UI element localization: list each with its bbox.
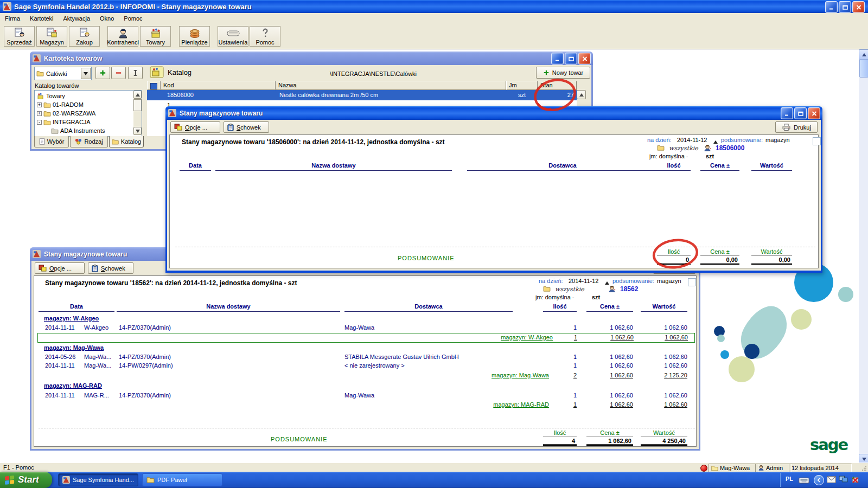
menu-pomoc[interactable]: Pomoc [119,14,147,23]
decor-bubble-teal-tiny [717,335,725,342]
tree-item-integracja[interactable]: - INTEGRACJA [37,118,91,126]
stock-row[interactable]: 2014-05-26 Mag-Wa... 14-PZ/0370(Admin) S… [34,354,696,362]
menu-firma[interactable]: Firma [0,14,25,23]
opcje-button[interactable]: Opcje ... [35,262,85,274]
dropdown-arrow-button[interactable] [81,68,91,79]
folder-icon [36,70,44,76]
maximize-button[interactable] [839,1,851,13]
tree-scrollbar-thumb[interactable] [133,99,142,111]
menu-okno[interactable]: Okno [95,14,119,23]
column-header-stan[interactable]: Stan [538,81,577,90]
schowek-button[interactable]: Schowek [224,121,269,133]
mdi-scroll-up-button[interactable] [859,49,868,60]
column-header-nazwa[interactable]: Nazwa [276,81,506,90]
expand-icon[interactable]: + [37,102,42,107]
section-summary-row[interactable]: magazyn: MAG-RAD 1 1 062,60 1 062,60 [34,401,696,410]
header-checkbox[interactable] [688,278,696,286]
stany-front-minimize-button[interactable] [781,107,793,119]
report-heading: Stany magazynowe towaru '18562': na dzie… [45,279,297,287]
column-header-kod[interactable]: Kod [161,81,276,90]
folder-icon [543,286,551,293]
stany-front-close-button[interactable] [808,107,820,119]
taskbar-item-sage[interactable]: Sage Symfonia Hand... [58,473,138,486]
tree-item-ada-instruments[interactable]: ADA Instruments [51,126,105,135]
section-summary-row[interactable]: magazyn: Mag-Wawa 2 1 062,60 2 125,20 [34,372,696,381]
close-button[interactable] [852,1,865,13]
podsumowanie-label: PODSUMOWANIE [398,255,455,261]
collapse-icon[interactable]: - [37,120,42,125]
mdi-scrollbar-thumb[interactable] [859,59,868,78]
toolbar-pomoc-button[interactable]: Pomoc [250,26,280,47]
main-toolbar: Sprzedaż Magazyn Zakup Kontrahenci Towar… [0,24,868,49]
new-item-button[interactable]: Nowy towar [536,67,590,79]
catalog-tree: Towary + 01-RADOM + 02-WARSZAWA - INTEGR… [34,90,142,137]
tray-mail-icon[interactable] [827,476,836,484]
table-scroll-up-button[interactable] [577,90,586,99]
tree-item-01-radom[interactable]: + 01-RADOM [37,100,84,109]
start-button[interactable]: Start [0,472,52,488]
toolbar-kontrahenci-button[interactable]: Kontrahenci [107,26,138,47]
money-coins-icon [189,28,201,38]
toolbar-ustawienia-button[interactable]: Ustawienia [218,26,248,47]
product-number[interactable]: 18562 [620,285,638,293]
plus-icon [543,69,550,76]
folder-icon [711,465,718,471]
stock-row[interactable]: 2014-11-11 MAG-R... 14-PZ/0370(Admin) Ma… [34,392,696,401]
selection-column-header[interactable] [147,81,161,90]
kartoteka-maximize-button[interactable] [565,53,577,65]
stany-front-titlebar[interactable]: Stany magazynowe towaru [165,106,822,120]
summary-ilosc: Ilość 4 [543,429,577,446]
resize-grip[interactable] [861,465,867,472]
drukuj-button[interactable]: Drukuj [775,121,818,133]
folder-icon [43,111,51,117]
stany-front-body: Opcje ... Schowek Drukuj Stany magazynow… [167,120,821,271]
opcje-button[interactable]: Opcje ... [170,121,220,133]
mdi-scrollbar[interactable] [859,49,868,463]
filter-wszystkie[interactable]: wszystkie [669,145,698,152]
tree-scroll-up-button[interactable] [133,91,142,99]
tray-language-indicator[interactable]: PL [786,476,793,482]
add-button[interactable] [95,67,110,79]
catalog-panel-title: Katalog [168,68,192,76]
tray-antivirus-icon[interactable] [851,476,859,485]
rename-button[interactable] [128,67,143,79]
summary-ilosc: Ilość 0 [657,248,691,265]
taskbar-item-pdf-pawel[interactable]: PDF Paweł [142,473,222,486]
toolbar-pieniadze-button[interactable]: Pieniądze [179,26,210,47]
section-summary-row-selected[interactable]: magazyn: W-Akgeo 1 1 062,60 1 062,60 [37,333,695,343]
menu-aktywacja[interactable]: Aktywacja [59,14,95,23]
product-number[interactable]: 18506000 [716,144,744,152]
filter-wszystkie[interactable]: wszystkie [555,286,584,293]
contractors-person-icon [117,28,129,38]
stock-row[interactable]: 2014-11-11 W-Akgeo 14-PZ/0370(Admin) Mag… [34,324,696,333]
tab-rodzaj[interactable]: Rodzaj [70,136,108,147]
kartoteka-close-button[interactable] [578,53,591,65]
tree-item-02-warszawa[interactable]: + 02-WARSZAWA [37,109,95,118]
minimize-button[interactable] [825,1,838,13]
column-header-jm[interactable]: Jm [506,81,538,90]
kartoteka-titlebar[interactable]: Kartoteka towarów [30,52,593,65]
stock-row[interactable]: 2014-11-11 Mag-Wa... 14-PW/0297(Admin) <… [34,362,696,371]
remove-button[interactable] [111,67,126,79]
expand-icon[interactable]: + [37,111,42,116]
menu-kartoteki[interactable]: Kartoteki [25,14,58,23]
toolbar-magazyn-button[interactable]: Magazyn [36,26,67,47]
schowek-button[interactable]: Schowek [88,262,133,274]
tree-item-towary[interactable]: Towary [36,92,65,100]
tray-keyboard-icon[interactable] [799,477,809,485]
tab-katalog-active[interactable]: Katalog [109,136,144,147]
tab-wybor[interactable]: Wybór [34,136,69,147]
mdi-scroll-down-button[interactable] [859,454,868,463]
toolbar-towary-button[interactable]: Towary [140,26,171,47]
tray-hide-icons-chevron[interactable] [814,475,824,485]
stany-front-maximize-button[interactable] [794,107,807,119]
header-checkbox[interactable] [813,137,821,145]
catalog-path: \INTEGRACJA\NESTLE\Calówki [276,70,471,77]
toolbar-zakup-button[interactable]: Zakup [69,26,100,47]
kartoteka-minimize-button[interactable] [551,53,564,65]
group-dropdown[interactable]: Calówki [34,67,92,80]
catalog-row-selected[interactable]: 18506000 Nestle calówka drewniana 2m /50… [147,90,577,100]
tree-scroll-down-button[interactable] [133,127,142,135]
toolbar-sprzedaz-button[interactable]: Sprzedaż [4,26,35,47]
tray-network-icon[interactable] [839,476,848,484]
